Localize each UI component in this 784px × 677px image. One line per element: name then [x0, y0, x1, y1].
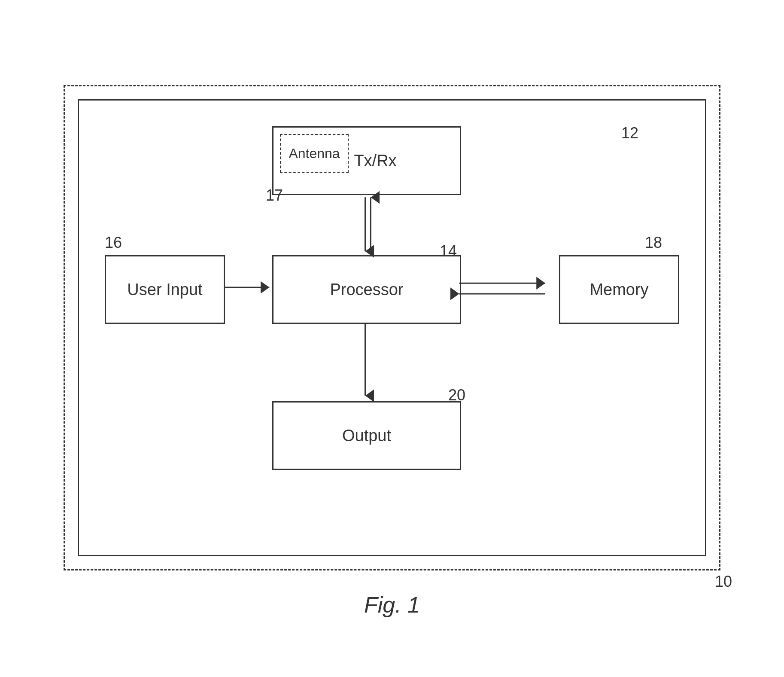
- block-txrx: Antenna Tx/Rx: [272, 126, 461, 195]
- ref-label-12: 12: [621, 124, 638, 142]
- ref-label-20: 20: [448, 386, 465, 404]
- ref-label-10: 10: [715, 573, 732, 591]
- device-box: 10 Antenna Tx/Rx 17 12 Processor: [64, 85, 720, 570]
- block-userinput: User Input: [105, 255, 225, 324]
- figure-label: Fig. 1: [364, 592, 420, 618]
- memory-label: Memory: [590, 281, 648, 299]
- userinput-label: User Input: [127, 281, 202, 299]
- ref-label-14: 14: [440, 242, 457, 260]
- antenna-box: Antenna: [280, 134, 349, 173]
- antenna-label: Antenna: [289, 146, 340, 162]
- output-label: Output: [342, 427, 391, 445]
- block-output: Output: [272, 401, 461, 470]
- inner-area: Antenna Tx/Rx 17 12 Processor 14 User In…: [78, 99, 706, 556]
- txrx-label: Tx/Rx: [354, 152, 396, 170]
- page: 10 Antenna Tx/Rx 17 12 Processor: [0, 0, 784, 677]
- ref-label-17: 17: [266, 186, 283, 204]
- block-memory: Memory: [559, 255, 679, 324]
- diagram-outer: 10 Antenna Tx/Rx 17 12 Processor: [49, 59, 735, 618]
- ref-label-16: 16: [105, 234, 122, 252]
- ref-label-18: 18: [645, 234, 662, 252]
- processor-label: Processor: [330, 281, 403, 299]
- block-processor: Processor: [272, 255, 461, 324]
